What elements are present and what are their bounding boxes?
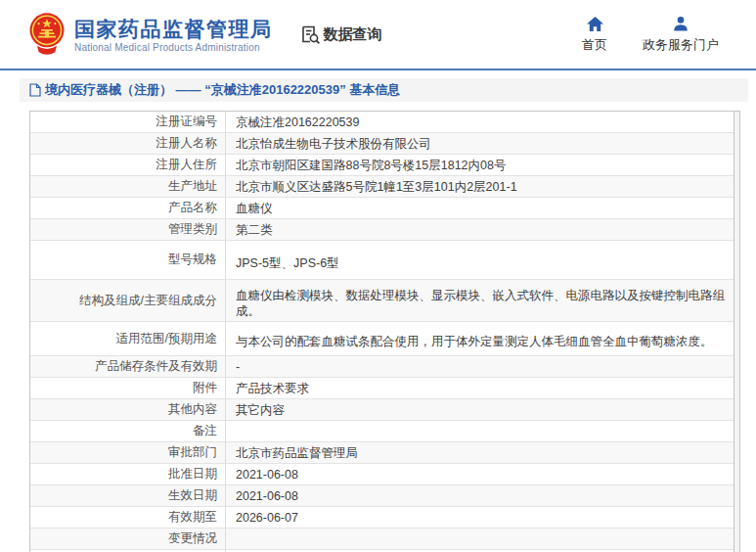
row-label: 备注 xyxy=(30,421,226,441)
row-value xyxy=(226,529,734,549)
table-row: 变更情况 xyxy=(30,528,734,549)
nav-home[interactable]: 首页 xyxy=(582,16,607,54)
table-row: 产品名称 血糖仪 xyxy=(30,197,734,218)
row-label: 批准日期 xyxy=(30,464,226,484)
table-row: 备注 xyxy=(30,420,734,441)
row-label: 产品储存条件及有效期 xyxy=(30,356,226,377)
table-row: 型号规格 JPS-5型、JPS-6型 xyxy=(30,240,734,279)
home-icon xyxy=(587,16,603,31)
breadcrumb-text: 境内医疗器械（注册） —— “京械注准20162220539” 基本信息 xyxy=(45,81,400,99)
row-label: 其他内容 xyxy=(30,399,226,420)
site-header: 国家药品监督管理局 National Medical Products Admi… xyxy=(0,0,756,70)
table-row: 结构及组成/主要组成成分 血糖仪由检测模块、数据处理模块、显示模块、嵌入式软件、… xyxy=(30,279,734,321)
row-label: 附件 xyxy=(30,378,226,398)
row-value xyxy=(226,421,734,441)
table-row: 注册证编号 京械注准20162220539 xyxy=(30,112,734,132)
registration-table: 注册证编号 京械注准20162220539 注册人名称 北京怡成生物电子技术股份… xyxy=(29,111,740,552)
row-label: 有效期至 xyxy=(30,507,226,528)
table-row: 产品储存条件及有效期 - xyxy=(30,355,734,377)
row-label: 型号规格 xyxy=(30,241,226,279)
row-value: 2021-06-08 xyxy=(226,485,734,506)
row-label: 生产地址 xyxy=(30,176,226,197)
doc-search-icon xyxy=(300,24,321,45)
user-icon xyxy=(673,16,689,31)
row-value: JPS-5型、JPS-6型 xyxy=(226,241,734,279)
table-row: 管理类别 第二类 xyxy=(30,218,734,240)
row-value: - xyxy=(226,356,734,377)
row-label: 注册人住所 xyxy=(30,155,226,175)
row-value: 2021-06-08 xyxy=(226,464,734,484)
data-query-nav[interactable]: 数据查询 xyxy=(300,24,382,45)
row-label: 审批部门 xyxy=(30,442,226,463)
row-value: 血糖仪由检测模块、数据处理模块、显示模块、嵌入式软件、电源电路以及按键控制电路组… xyxy=(226,280,734,321)
breadcrumb: 境内医疗器械（注册） —— “京械注准20162220539” 基本信息 xyxy=(20,78,748,102)
table-row: 审批部门 北京市药品监督管理局 xyxy=(30,441,734,463)
document-icon xyxy=(29,83,41,97)
row-value: 与本公司的配套血糖试条配合使用，用于体外定量测定人体毛细血管全血中葡萄糖浓度。 xyxy=(226,322,734,355)
site-subtitle: National Medical Products Administration xyxy=(74,42,273,53)
row-label: 适用范围/预期用途 xyxy=(30,322,226,355)
nav-home-label: 首页 xyxy=(582,36,607,54)
row-value: 北京市药品监督管理局 xyxy=(226,442,734,463)
table-row: 生产地址 北京市顺义区达盛路5号院1幢1至3层101内2层201-1 xyxy=(30,175,734,197)
row-label: 结构及组成/主要组成成分 xyxy=(30,280,226,321)
site-logo[interactable]: 国家药品监督管理局 National Medical Products Admi… xyxy=(27,11,273,58)
row-label: 注册人名称 xyxy=(30,133,226,154)
nav-portal[interactable]: 政务服务门户 xyxy=(643,16,719,54)
row-label: 生效日期 xyxy=(30,485,226,506)
table-row: 批准日期 2021-06-08 xyxy=(30,463,734,484)
site-title: 国家药品监督管理局 xyxy=(74,17,273,42)
row-value: 京械注准20162220539 xyxy=(226,112,734,132)
top-nav: 首页 政务服务门户 xyxy=(582,16,733,54)
row-label: 管理类别 xyxy=(30,219,226,240)
row-value: 第二类 xyxy=(226,219,734,240)
row-value: 其它内容 xyxy=(226,399,734,420)
data-query-label: 数据查询 xyxy=(324,25,382,44)
row-label: 变更情况 xyxy=(30,529,226,549)
table-scrollbar[interactable] xyxy=(734,112,739,552)
table-row: 适用范围/预期用途 与本公司的配套血糖试条配合使用，用于体外定量测定人体毛细血管… xyxy=(30,321,734,355)
row-value: 产品技术要求 xyxy=(226,378,734,398)
nav-portal-label: 政务服务门户 xyxy=(643,36,719,54)
table-row: 注册人名称 北京怡成生物电子技术股份有限公司 xyxy=(30,132,734,154)
row-value: 2026-06-07 xyxy=(226,507,734,528)
row-label: 产品名称 xyxy=(30,198,226,218)
row-label: 注册证编号 xyxy=(30,112,226,132)
row-value: 血糖仪 xyxy=(226,198,734,218)
table-row: 注册人住所 北京市朝阳区建国路88号院8号楼15层1812内08号 xyxy=(30,154,734,175)
table-row: 有效期至 2026-06-07 xyxy=(30,506,734,528)
table-row: 生效日期 2021-06-08 xyxy=(30,484,734,506)
table-row: 附件 产品技术要求 xyxy=(30,377,734,398)
row-value: 北京市顺义区达盛路5号院1幢1至3层101内2层201-1 xyxy=(226,176,734,197)
national-emblem-icon xyxy=(27,11,67,58)
row-value: 北京市朝阳区建国路88号院8号楼15层1812内08号 xyxy=(226,155,734,175)
table-row: 其他内容 其它内容 xyxy=(30,398,734,420)
main-content: 境内医疗器械（注册） —— “京械注准20162220539” 基本信息 注册证… xyxy=(20,78,748,552)
row-value: 北京怡成生物电子技术股份有限公司 xyxy=(226,133,734,154)
